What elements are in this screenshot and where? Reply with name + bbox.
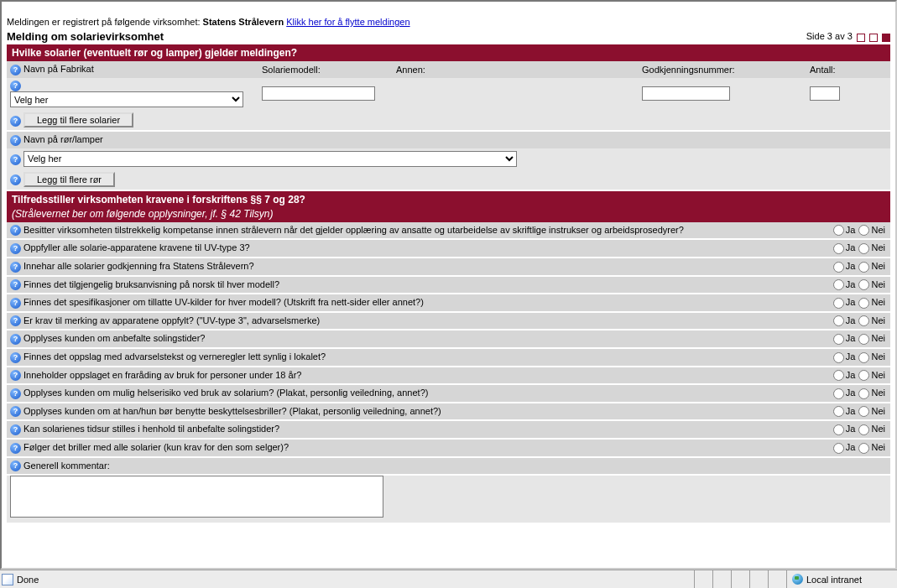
radio-nei[interactable] — [858, 406, 869, 417]
radio-ja[interactable] — [833, 406, 844, 417]
help-icon[interactable]: ? — [10, 81, 21, 91]
help-icon[interactable]: ? — [10, 279, 21, 290]
question-text: Finnes det spesifikasjoner om tillatte U… — [23, 297, 424, 307]
question-options: JaNei — [827, 348, 890, 367]
help-icon[interactable]: ? — [10, 116, 21, 127]
question-options: JaNei — [827, 222, 890, 240]
status-pane — [712, 570, 731, 588]
status-pane — [694, 570, 712, 588]
help-icon[interactable]: ? — [10, 352, 21, 363]
question-text: Finnes det tilgjengelig bruksanvisning p… — [23, 279, 279, 289]
question-row: ?Finnes det spesifikasjoner om tillatte … — [7, 294, 890, 312]
godkjenning-input[interactable] — [642, 86, 730, 101]
question-row: ?Finnes det tilgjengelig bruksanvisning … — [7, 276, 890, 294]
question-row: ?Opplyses kunden om mulig helserisiko ve… — [7, 384, 890, 403]
help-icon[interactable]: ? — [10, 334, 21, 345]
label-nei: Nei — [871, 388, 885, 398]
ror-select[interactable]: Velg her — [23, 151, 517, 167]
label-nei: Nei — [871, 297, 885, 307]
radio-nei[interactable] — [858, 334, 869, 345]
question-text: Finnes det oppslag med advarselstekst og… — [23, 351, 326, 362]
antall-input[interactable] — [810, 86, 840, 101]
radio-nei[interactable] — [858, 298, 869, 309]
help-icon[interactable]: ? — [10, 174, 21, 185]
radio-nei[interactable] — [858, 352, 869, 363]
label-nei: Nei — [871, 370, 885, 380]
help-icon[interactable]: ? — [10, 298, 21, 309]
help-icon[interactable]: ? — [10, 461, 21, 471]
label-ja: Ja — [846, 242, 856, 252]
help-icon[interactable]: ? — [10, 424, 21, 435]
question-row: ?Opplyses kunden om at han/hun bør benyt… — [7, 403, 890, 421]
registered-line: Meldingen er registrert på følgende virk… — [7, 17, 890, 27]
help-icon[interactable]: ? — [10, 135, 21, 146]
help-icon[interactable]: ? — [10, 243, 21, 254]
label-nei: Nei — [871, 351, 885, 362]
question-text: Inneholder oppslaget en fraråding av bru… — [23, 370, 301, 380]
label-antall: Antall: — [810, 65, 836, 75]
page-indicator-text: Side 3 av 3 — [806, 31, 853, 41]
radio-ja[interactable] — [833, 352, 844, 363]
radio-nei[interactable] — [858, 443, 869, 454]
help-icon[interactable]: ? — [10, 65, 21, 75]
radio-ja[interactable] — [833, 370, 844, 381]
question-row: ?Følger det briller med alle solarier (k… — [7, 439, 890, 457]
help-icon[interactable]: ? — [10, 370, 21, 381]
question-options: JaNei — [827, 294, 890, 312]
radio-nei[interactable] — [858, 370, 869, 381]
fabrikat-select[interactable]: Velg her — [10, 91, 243, 107]
help-icon[interactable]: ? — [10, 225, 21, 236]
question-row: ?Opplyses kunden om anbefalte solingstid… — [7, 330, 890, 348]
add-solarier-button[interactable]: Legg til flere solarier — [23, 112, 133, 127]
radio-ja[interactable] — [833, 388, 844, 399]
help-icon[interactable]: ? — [10, 443, 21, 454]
radio-nei[interactable] — [858, 388, 869, 399]
question-text: Oppfyller alle solarie-apparatene kraven… — [23, 242, 250, 252]
help-icon[interactable]: ? — [10, 388, 21, 399]
question-options: JaNei — [827, 439, 890, 457]
question-row: ?Besitter virksomheten tilstrekkelig kom… — [7, 222, 890, 240]
registered-org: Statens Strålevern — [203, 17, 284, 27]
radio-ja[interactable] — [833, 315, 844, 326]
question-row: ?Innehar alle solarier godkjenning fra S… — [7, 258, 890, 276]
question-row: ?Er krav til merking av apparatene oppfy… — [7, 312, 890, 330]
label-annen: Annen: — [396, 65, 425, 75]
radio-nei[interactable] — [858, 315, 869, 326]
radio-ja[interactable] — [833, 279, 844, 290]
section-subheader-krav: (Strålevernet ber om følgende opplysning… — [7, 208, 890, 222]
page-box-2[interactable] — [869, 34, 878, 42]
radio-ja[interactable] — [833, 424, 844, 435]
question-row: ?Oppfyller alle solarie-apparatene krave… — [7, 239, 890, 258]
radio-ja[interactable] — [833, 225, 844, 236]
help-icon[interactable]: ? — [10, 154, 21, 165]
help-icon[interactable]: ? — [10, 315, 21, 326]
radio-ja[interactable] — [833, 243, 844, 254]
radio-ja[interactable] — [833, 334, 844, 345]
label-ja: Ja — [846, 351, 856, 362]
radio-nei[interactable] — [858, 243, 869, 254]
page-box-1[interactable] — [857, 34, 865, 42]
question-options: JaNei — [827, 258, 890, 276]
label-ja: Ja — [846, 261, 856, 271]
question-text: Kan solarienes tidsur stilles i henhold … — [23, 424, 279, 434]
radio-nei[interactable] — [858, 225, 869, 236]
page-icon — [2, 574, 13, 585]
radio-ja[interactable] — [833, 262, 844, 273]
add-ror-button[interactable]: Legg til flere rør — [23, 172, 115, 187]
move-message-link[interactable]: Klikk her for å flytte meldingen — [286, 17, 409, 27]
radio-ja[interactable] — [833, 443, 844, 454]
label-ja: Ja — [846, 388, 856, 398]
label-nei: Nei — [871, 225, 885, 235]
page-box-3[interactable] — [882, 34, 890, 42]
radio-nei[interactable] — [858, 262, 869, 273]
question-text-cell: ?Inneholder oppslaget en fraråding av br… — [7, 367, 827, 385]
radio-nei[interactable] — [858, 424, 869, 435]
label-ja: Ja — [846, 225, 856, 235]
question-text-cell: ?Følger det briller med alle solarier (k… — [7, 439, 827, 457]
radio-nei[interactable] — [858, 279, 869, 290]
comment-textarea[interactable] — [10, 476, 383, 518]
help-icon[interactable]: ? — [10, 262, 21, 273]
radio-ja[interactable] — [833, 298, 844, 309]
help-icon[interactable]: ? — [10, 406, 21, 417]
solariemodell-input[interactable] — [262, 86, 375, 101]
